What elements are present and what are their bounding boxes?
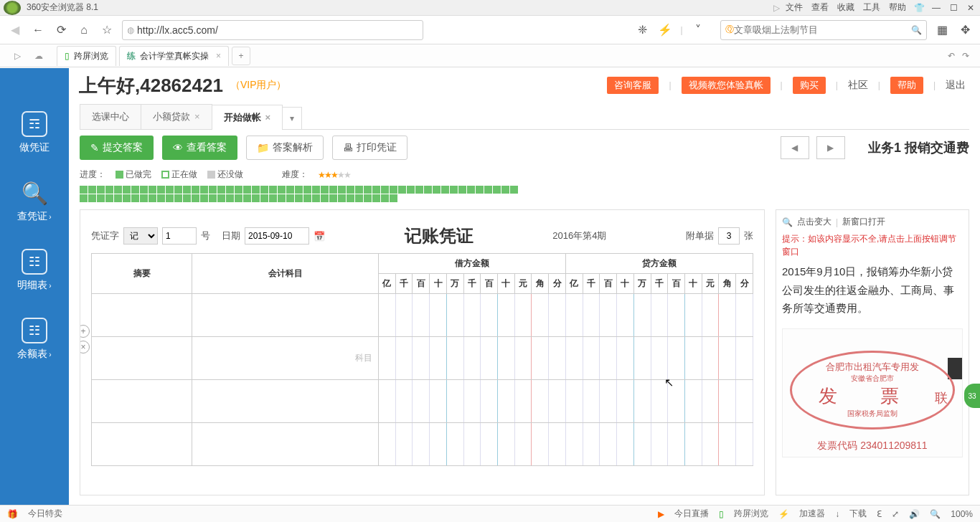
buy-button[interactable]: 购买 — [793, 77, 826, 94]
browser-logo-icon — [4, 1, 21, 15]
ext-grid-icon[interactable]: ▦ — [934, 22, 950, 38]
phone-icon: ▯ — [65, 51, 70, 61]
brand-icon: 练 — [127, 50, 136, 62]
redo-icon[interactable]: ↷ — [962, 51, 969, 61]
dropdown-icon[interactable]: ˅ — [690, 22, 706, 38]
tab-label: 会计学堂真帐实操 — [140, 50, 209, 62]
help-button[interactable]: 帮助 — [890, 77, 923, 94]
lightning-icon[interactable]: ⚡ — [657, 22, 673, 38]
sidebar-toggle-icon[interactable]: ▷ — [14, 51, 21, 61]
search-engine-icon[interactable]: Ⓠ — [725, 24, 734, 36]
ext-tool-icon[interactable]: ✥ — [957, 22, 973, 38]
url-input[interactable] — [137, 24, 418, 36]
close-icon[interactable]: ✕ — [965, 3, 976, 13]
browser-navbar: ◀ ← ⟳ ⌂ ☆ ◍ ❈ ⚡ | ˅ Ⓠ 🔍 ▦ ✥ — [0, 16, 980, 44]
minimize-icon[interactable]: ― — [930, 3, 942, 13]
window-controls: 👕 ― ☐ ✕ — [913, 3, 976, 13]
back-icon[interactable]: ◀ — [7, 22, 23, 38]
vip-label: （VIP用户） — [230, 79, 287, 92]
search-icon[interactable]: 🔍 — [911, 25, 922, 35]
tab-close-icon[interactable]: × — [216, 51, 221, 61]
tab-label: 跨屏浏览 — [74, 50, 108, 62]
menu-help[interactable]: 帮助 — [889, 1, 906, 14]
home-icon[interactable]: ⌂ — [76, 22, 92, 38]
globe-icon: ◍ — [127, 25, 134, 35]
refresh-green-icon[interactable]: ❈ — [634, 22, 650, 38]
theme-icon[interactable]: 👕 — [913, 3, 925, 13]
menu-tools[interactable]: 工具 — [863, 1, 880, 14]
maximize-icon[interactable]: ☐ — [948, 3, 959, 13]
browser-titlebar: 360安全浏览器 8.1 ▷ 文件 查看 收藏 工具 帮助 👕 ― ☐ ✕ — [0, 0, 980, 16]
menu-caret-icon[interactable]: ▷ — [773, 3, 780, 13]
browser-title: 360安全浏览器 8.1 — [27, 1, 98, 14]
menu-fav[interactable]: 收藏 — [837, 1, 854, 14]
search-input[interactable] — [734, 24, 911, 35]
community-link[interactable]: 社区 — [848, 79, 868, 92]
tab-accounting[interactable]: 练 会计学堂真帐实操 × — [119, 46, 229, 66]
new-tab-button[interactable]: + — [232, 47, 250, 65]
star-icon[interactable]: ☆ — [99, 22, 115, 38]
page-header: 上午好,42862421 （VIP用户） 咨询客服 | 视频教您体验真帐 | 购… — [0, 67, 980, 103]
logout-link[interactable]: 退出 — [946, 79, 966, 92]
left-sidebar: ☶ 做凭证 🔍 查凭证› ☷ 明细表› ☷ 余额表› — [0, 68, 69, 103]
consult-button[interactable]: 咨询客服 — [607, 77, 659, 94]
url-bar[interactable]: ◍ — [122, 20, 423, 40]
cloud-icon[interactable]: ☁ — [34, 51, 43, 61]
tab-strip: ▷ ☁ ▯ 跨屏浏览 练 会计学堂真帐实操 × + ↶ ↷ — [0, 44, 980, 67]
undo-icon[interactable]: ↶ — [948, 51, 955, 61]
reload-icon[interactable]: ⟳ — [53, 22, 69, 38]
video-button[interactable]: 视频教您体验真帐 — [682, 77, 771, 94]
menu-view[interactable]: 查看 — [811, 1, 829, 14]
search-bar[interactable]: Ⓠ 🔍 — [720, 20, 927, 40]
menu-file[interactable]: 文件 — [786, 1, 803, 14]
greeting: 上午好,42862421 — [79, 73, 223, 98]
back-arrow-icon[interactable]: ← — [30, 22, 46, 38]
tab-crossscreen[interactable]: ▯ 跨屏浏览 — [57, 46, 116, 66]
browser-menu: 文件 查看 收藏 工具 帮助 — [786, 1, 906, 14]
